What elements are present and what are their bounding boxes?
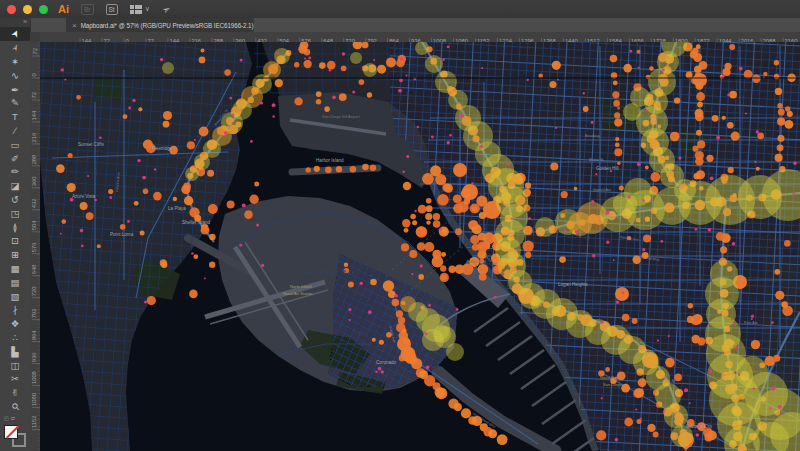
svg-text:1008: 1008 [32, 371, 38, 384]
svg-text:144: 144 [32, 110, 38, 120]
svg-text:504: 504 [32, 220, 38, 230]
svg-text:792: 792 [32, 308, 38, 318]
map-label: Naval Base [600, 375, 621, 380]
svg-text:936: 936 [32, 352, 38, 362]
map-label: Fleetridge [152, 146, 173, 151]
panel-collapse-button[interactable]: » [0, 18, 30, 27]
mesh-tool[interactable]: ▤ [0, 275, 30, 289]
map-label: Petco Park [467, 259, 487, 264]
rectangle-tool[interactable]: ▭ [0, 137, 30, 151]
pen-tool[interactable]: ✒ [0, 82, 30, 96]
lasso-tool[interactable]: ∿ [0, 68, 30, 82]
map-label: Shelter Island [182, 220, 211, 225]
symbol-sprayer-tool[interactable]: ∴ [0, 331, 30, 345]
paintbrush-tool[interactable]: ✐ [0, 151, 30, 165]
svg-text:864: 864 [32, 330, 38, 340]
chevron-down-icon: ∨ [145, 5, 150, 13]
map-label: 8th St [666, 379, 675, 383]
document-tabbar: × Mapboard.ai* @ 57% (RGB/GPU Preview/sR… [30, 18, 800, 33]
map-label: Palm Ave [744, 321, 758, 325]
svg-text:288: 288 [32, 155, 38, 165]
stock-icon[interactable]: St [106, 3, 118, 15]
svg-text:432: 432 [32, 199, 38, 209]
map-label: North Island [290, 284, 312, 289]
selection-tool[interactable]: ➤ [0, 27, 30, 41]
scale-tool[interactable]: ◳ [0, 206, 30, 220]
illustrator-logo: Ai [58, 3, 69, 15]
svg-text:216: 216 [32, 133, 38, 143]
shape-builder-tool[interactable]: ⊞ [0, 248, 30, 262]
svg-text:576: 576 [32, 243, 38, 253]
share-icon[interactable]: ➣ [162, 3, 170, 15]
svg-text:0: 0 [32, 73, 38, 76]
zoom-window-button[interactable] [39, 5, 48, 14]
map-label: Golden Hill Park [624, 192, 655, 197]
line-segment-tool[interactable]: ∕ [0, 124, 30, 138]
map-label: La Playa [168, 206, 186, 211]
map-label: B St [638, 119, 644, 123]
blend-tool[interactable]: ❖ [0, 317, 30, 331]
slice-tool[interactable]: ✂ [0, 372, 30, 386]
map-label: Logan Heights [558, 282, 588, 287]
tools-panel: » ➤➢✶∿✒✎T∕▭✐✏◪↺◳≬⊡⊞▦▤▧∤❖∴▙◫✂✌⚲ ◰⇄ [0, 18, 31, 451]
fill-swatch-none[interactable] [4, 425, 18, 439]
gradient-tool[interactable]: ▧ [0, 289, 30, 303]
rotate-tool[interactable]: ↺ [0, 193, 30, 207]
svg-text:648: 648 [32, 265, 38, 275]
tools-list: ➤➢✶∿✒✎T∕▭✐✏◪↺◳≬⊡⊞▦▤▧∤❖∴▙◫✂✌⚲ [0, 27, 30, 413]
svg-text:360: 360 [32, 177, 38, 187]
eyedropper-tool[interactable]: ∤ [0, 303, 30, 317]
type-tool[interactable]: T [0, 110, 30, 124]
tab-title: Mapboard.ai* @ 57% (RGB/GPU Preview/sRGB… [81, 22, 254, 29]
document-canvas[interactable]: Sunset CliffsFleetridgeLa PlayaAzure Vis… [40, 42, 800, 451]
vertical-ruler-scale: 7207214421628836043250457664872079286493… [30, 42, 40, 451]
free-transform-tool[interactable]: ⊡ [0, 234, 30, 248]
map-label: Coronado [376, 360, 397, 365]
hand-tool[interactable]: ✌ [0, 386, 30, 400]
default-swatches-icon[interactable]: ◰⇄ [4, 415, 17, 421]
fill-stroke-swatches: ◰⇄ [0, 415, 30, 451]
map-label: San Diego Intl Airport [322, 114, 361, 119]
magic-wand-tool[interactable]: ✶ [0, 55, 30, 69]
zoom-tool[interactable]: ⚲ [0, 400, 30, 414]
workspace-grid-icon [130, 5, 142, 14]
macos-titlebar: Ai Br St ∨ ➣ [0, 0, 800, 19]
bridge-icon[interactable]: Br [81, 3, 94, 15]
svg-text:720: 720 [32, 286, 38, 296]
eraser-tool[interactable]: ◪ [0, 179, 30, 193]
width-tool[interactable]: ≬ [0, 220, 30, 234]
pencil-tool[interactable]: ✏ [0, 165, 30, 179]
curvature-tool[interactable]: ✎ [0, 96, 30, 110]
map-label: Broadway [585, 134, 600, 138]
map-label: A St [638, 109, 644, 113]
map-label: Azure Vista [72, 194, 96, 199]
direct-selection-tool[interactable]: ➢ [0, 41, 30, 55]
map-label: Market St [589, 158, 603, 162]
map-artwork: Sunset CliffsFleetridgeLa PlayaAzure Vis… [40, 42, 800, 451]
tab-close-icon[interactable]: × [72, 21, 77, 30]
artboard-tool[interactable]: ◫ [0, 358, 30, 372]
column-graph-tool[interactable]: ▙ [0, 344, 30, 358]
svg-text:1152: 1152 [32, 416, 38, 428]
perspective-grid-tool[interactable]: ▦ [0, 262, 30, 276]
document-tab[interactable]: × Mapboard.ai* @ 57% (RGB/GPU Preview/sR… [66, 18, 254, 32]
illustrator-window: Ai Br St ∨ ➣ × Mapboard.ai* @ 57% (RGB/G… [0, 0, 800, 451]
map-label: National City [686, 424, 713, 429]
svg-text:72: 72 [32, 48, 38, 54]
svg-text:1080: 1080 [32, 393, 38, 406]
map-label: Harbor Island [316, 158, 344, 163]
svg-text:72: 72 [32, 92, 38, 98]
map-label: Sunset Cliffs [78, 142, 104, 147]
map-label: Golden Hill [596, 166, 618, 171]
map-label: Naval Air Station [283, 291, 313, 296]
workspace-switcher-icon[interactable]: ∨ [130, 3, 150, 15]
map-label: San Diego [603, 382, 622, 387]
map-label: Point Loma [110, 232, 134, 237]
minimize-window-button[interactable] [23, 5, 32, 14]
map-label: Imperial Ave [593, 188, 611, 192]
map-label: San Diego Bay [302, 269, 356, 275]
close-window-button[interactable] [7, 5, 16, 14]
